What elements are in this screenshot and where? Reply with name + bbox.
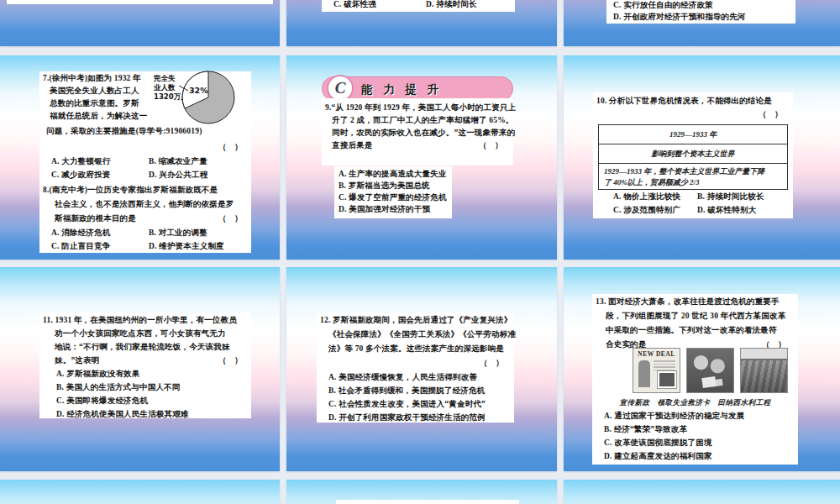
question-12-line: 《社会保障法》《全国劳工关系法》《公平劳动标准 [328, 329, 516, 340]
photo-new-deal-poster: NEW DEAL [633, 348, 680, 393]
slide-q12[interactable]: 12. 罗斯福新政期间，国会先后通过了《产业复兴法》 《社会保障法》《全国劳工关… [286, 267, 557, 471]
question-7-line: 7.(徐州中考)如图为 1932 年 [43, 73, 141, 84]
question-7-line: 总数的比重示意图。罗斯 [50, 98, 139, 109]
ability-badge: C 能 力 提 升 [322, 76, 513, 101]
question-13-box: 13. 面对经济大萧条，改革往往是渡过危机的重要手 段，下列组图展现了 20 世… [592, 294, 798, 465]
table-row-impact: 1929—1933 年，整个资本主义世界工业产量下降 了 40%以上，贸易额减少… [599, 164, 787, 189]
question-9-box: 9.“从 1920 年到 1929 年，美国工人每小时的工资只上 升了 2 成，… [322, 98, 513, 165]
option-c: C. 防止盲目竞争 [51, 241, 110, 252]
option-c: C. 破坏性强 [333, 0, 376, 10]
answer-bracket: （ ） [218, 142, 243, 153]
option-d: D. 开创了利用国家政权干预经济生活的范例 [328, 412, 486, 423]
option-a: A. 消除经济危机 [51, 228, 110, 239]
slide-q9[interactable]: C 能 力 提 升 9.“从 1920 年到 1929 年，美国工人每小时的工资… [286, 55, 557, 260]
question-9-line: 直接后果是 [332, 140, 373, 151]
relief-card [701, 376, 717, 388]
question-11-box: 11. 1931 年，在美国纽约州的一所小学里，有一位教员 劝一个小女孩回家吃点… [39, 312, 251, 418]
option-a: A. 物价上涨比较快 [613, 192, 680, 202]
option-d: D. 开创政府对经济干预和指导的先河 [613, 12, 746, 23]
question-13-line: 中采取的一些措施。下列对这一改革的看法最符 [606, 325, 777, 336]
question-9-line: 9.“从 1920 年到 1929 年，美国工人每小时的工资只上 [325, 102, 516, 113]
option-a: A. 通过国家干预达到经济的稳定与发展 [604, 411, 744, 422]
question-10-box: 10. 分析以下世界危机情况表，不能得出的结论是 （ ） 1929—1933 年… [593, 92, 793, 218]
question-8-line: 斯福新政的根本目的是 [55, 213, 136, 224]
poster-body-text [654, 360, 675, 372]
option-d: D. 美国加强对经济的干预 [339, 204, 430, 215]
question-11-line: 地说：“不行啊，我们家是轮流吃饭，今天该我妹 [55, 342, 230, 353]
question-11-line: 妹。”这表明 [55, 355, 99, 366]
slide-q11[interactable]: 11. 1931 年，在美国纽约州的一所小学里，有一位教员 劝一个小女孩回家吃点… [0, 267, 280, 471]
question-7-line: 福就任总统后，为解决这一 [50, 111, 147, 122]
slide-bottom-middle[interactable] [286, 480, 557, 504]
question-7-line: 问题，采取的主要措施是(导学号:91906019) [46, 126, 202, 137]
slide-top-right[interactable]: C. 实行放任自由的经济政策 D. 开创政府对经济干预和指导的先河 [564, 0, 840, 46]
question-12-line: 法》等 70 多个法案。这些法案产生的深远影响是 [328, 344, 504, 354]
question-13-line: 13. 面对经济大萧条，改革往往是渡过危机的重要手 [596, 297, 780, 307]
option-d: D. 破坏性特别大 [697, 205, 756, 216]
question-9-line: 同时，农民的实际收入也在减少。”这一现象带来的 [332, 128, 515, 139]
slide-top-left[interactable] [0, 0, 280, 46]
uncle-sam-figure [638, 360, 650, 387]
option-b: B. 缩减农业产量 [149, 156, 207, 167]
photo-row: NEW DEAL [633, 348, 788, 393]
content-box [7, 0, 273, 4]
option-d: D. 持续时间长 [426, 0, 477, 10]
option-d: D. 兴办公共工程 [149, 170, 207, 181]
answer-bracket: （ ） [480, 358, 504, 369]
slide-bottom-left[interactable] [0, 480, 280, 504]
option-d: D. 维护资本主义制度 [149, 241, 224, 252]
option-c: C. 减少政府投资 [51, 170, 110, 181]
option-a: A. 生产率的提高造成大量失业 [339, 169, 447, 180]
option-c: C. 爆发了空前严重的经济危机 [339, 192, 447, 203]
answer-bracket: （ ） [218, 213, 243, 224]
option-c: C. 美国即将爆发经济危机 [56, 396, 148, 407]
answer-bracket: （ ） [479, 140, 503, 151]
content-box [336, 500, 519, 504]
option-b: B. 经济“繁荣”导致改革 [604, 424, 687, 435]
slide-bottom-right[interactable] [564, 480, 840, 504]
question-13-line: 段，下列组图展现了 20 世纪 30 年代西方某国改革 [606, 311, 785, 322]
table-impact-line: 了 40%以上，贸易额减少 2/3 [604, 177, 782, 188]
table-row-scope: 影响到整个资本主义世界 [599, 144, 787, 164]
question-8-line: 8.(南充中考)一位历史专家指出罗斯福新政既不是 [43, 185, 218, 196]
option-c: C. 社会性质发生改变，美国进入“黄金时代” [328, 399, 486, 410]
question-9-options-box: A. 生产率的提高造成大量失业 B. 罗斯福当选为美国总统 C. 爆发了空前严重… [334, 166, 452, 218]
option-b: B. 持续时间比较长 [697, 192, 764, 202]
option-a: A. 大力整顿银行 [51, 156, 110, 167]
question-12-box: 12. 罗斯福新政期间，国会先后通过了《产业复兴法》 《社会保障法》《全国劳工关… [317, 312, 514, 423]
question-11-line: 劝一个小女孩回家吃点东西，可小女孩有气无力 [55, 328, 226, 339]
question-9-line: 升了 2 成，而工厂中工人的生产率却猛增了 65%。 [332, 115, 514, 126]
answer-bracket: （ ） [218, 355, 243, 366]
option-b: B. 对工业的调整 [149, 228, 207, 239]
option-d: D. 经济危机使美国人民生活极其艰难 [56, 409, 189, 420]
option-c: C. 改革使该国彻底摆脱了困境 [604, 438, 712, 449]
slide-q10[interactable]: 10. 分析以下世界危机情况表，不能得出的结论是 （ ） 1929—1933 年… [564, 55, 840, 260]
option-c: C. 涉及范围特别广 [613, 205, 680, 216]
option-b: B. 社会矛盾得到缓和，美国摆脱了经济危机 [328, 386, 485, 396]
question-7-line: 美国完全失业人数占工人 [50, 86, 139, 97]
poster-title: NEW DEAL [633, 350, 680, 358]
question-12-line: 12. 罗斯福新政期间，国会先后通过了《产业复兴法》 [320, 315, 512, 326]
option-d: D. 建立起高度发达的福利国家 [604, 451, 712, 462]
question-7-8-box: 7.(徐州中考)如图为 1932 年 美国完全失业人数占工人 总数的比重示意图。… [39, 71, 251, 253]
slide-q13[interactable]: 13. 面对经济大萧条，改革往往是渡过危机的重要手 段，下列组图展现了 20 世… [564, 267, 840, 471]
roosevelt-portrait [658, 371, 676, 388]
dam-crest [741, 349, 787, 360]
question-11-line: 11. 1931 年，在美国纽约州的一所小学里，有一位教员 [43, 315, 237, 326]
table-row-period: 1929—1933 年 [599, 125, 787, 144]
photo-unemployment-relief-card [686, 348, 734, 393]
option-a: A. 美国经济缓慢恢复，人民生活得到改善 [328, 372, 477, 383]
slide-q7-q8[interactable]: 7.(徐州中考)如图为 1932 年 美国完全失业人数占工人 总数的比重示意图。… [0, 55, 280, 260]
answer-bracket: （ ） [759, 109, 783, 120]
crisis-table: 1929—1933 年 影响到整个资本主义世界 1929—1933 年，整个资本… [598, 124, 788, 190]
pie-chart: 32% [178, 68, 239, 127]
photo-tennessee-dam [740, 348, 788, 393]
pie-value-label: 32% [189, 86, 208, 95]
question-8-line: 社会主义，也不是法西斯主义，他判断的依据是罗 [55, 199, 234, 210]
option-b: B. 美国人的生活方式与中国人不同 [56, 382, 181, 393]
option-a: A. 罗斯福新政没有效果 [56, 369, 140, 380]
option-b: B. 罗斯福当选为美国总统 [339, 181, 430, 192]
slide-top-middle[interactable]: C. 破坏性强 D. 持续时间长 [286, 0, 557, 46]
content-box: C. 实行放任自由的经济政策 D. 开创政府对经济干预和指导的先河 [606, 0, 795, 24]
question-10-stem: 10. 分析以下世界危机情况表，不能得出的结论是 [596, 96, 772, 107]
